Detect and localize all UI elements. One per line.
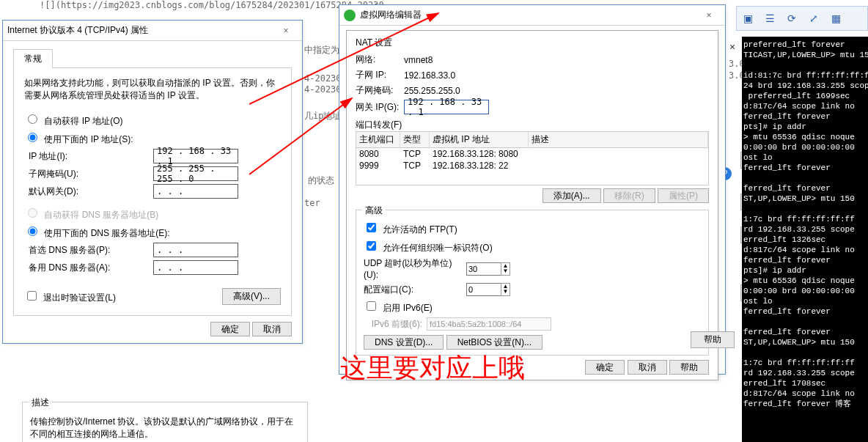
radio-auto-ip[interactable]: 自动获得 IP 地址(O) xyxy=(24,112,122,128)
port-forward-table[interactable]: 主机端口 类型 虚拟机 IP 地址 描述 8080TCP192.168.33.1… xyxy=(356,131,709,185)
vne-title: 虚拟网络编辑器 xyxy=(360,9,697,21)
dns1-field[interactable]: . . . xyxy=(153,243,238,257)
nat-title: NAT 设置 xyxy=(356,37,709,49)
ip-field[interactable]: 192 . 168 . 33 . 1 xyxy=(153,149,238,163)
annotation-text: 这里要对应上哦 xyxy=(340,350,525,386)
add-button[interactable]: 添加(A)... xyxy=(542,188,601,203)
value-subnet-ip: 192.168.33.0 xyxy=(404,70,455,81)
checkbox-validate-exit[interactable]: 退出时验证设置(L) xyxy=(24,289,116,304)
gateway-field[interactable]: . . . xyxy=(153,184,238,199)
nat-help-button[interactable]: 帮助 xyxy=(669,360,709,375)
ipv4-title: Internet 协议版本 4 (TCP/IPv4) 属性 xyxy=(7,24,274,37)
checkbox-org-id[interactable]: 允许任何组织唯一标识符(O) xyxy=(364,239,493,254)
group-advanced: 高级 xyxy=(362,205,386,217)
nat-dialog: NAT 设置 网络:vmnet8 子网 IP:192.168.33.0 子网掩码… xyxy=(346,30,718,380)
label-config-port: 配置端口(C): xyxy=(364,284,466,296)
label-mask: 子网掩码(U): xyxy=(29,168,153,180)
toolbar-strip: ▣ ☰ ⟳ ⤢ ▦ xyxy=(736,6,868,31)
netbios-settings-button[interactable]: NetBIOS 设置(N)... xyxy=(446,335,542,350)
label-ip: IP 地址(I): xyxy=(29,150,153,163)
col-vm-ip: 虚拟机 IP 地址 xyxy=(430,132,529,147)
ipv4-desc: 如果网络支持此功能，则可以获取自动指派的 IP 设置。否则，你需要从网络系统管理… xyxy=(24,77,281,102)
toolbar-icon-4[interactable]: ⤢ xyxy=(804,9,823,28)
radio-use-dns[interactable]: 使用下面的 DNS 服务器地址(E): xyxy=(24,224,170,240)
tab-general[interactable]: 常规 xyxy=(13,49,53,68)
label-dns1: 首选 DNS 服务器(P): xyxy=(29,244,153,257)
label-network: 网络: xyxy=(356,54,404,66)
description-group: 描述 传输控制协议/Internet 协议。该协议是默认的广域网络协议，用于在不… xyxy=(22,402,308,442)
col-host-port: 主机端口 xyxy=(356,132,400,147)
label-ipv6-prefix: IPv6 前缀(6): xyxy=(364,318,422,331)
bg-text4: 几ip地址 xyxy=(304,110,341,122)
bg-text6: ter xyxy=(304,198,320,208)
toolbar-icon-1[interactable]: ▣ xyxy=(738,9,757,28)
label-dns2: 备用 DNS 服务器(A): xyxy=(29,262,153,274)
radio-use-ip[interactable]: 使用下面的 IP 地址(S): xyxy=(24,130,133,146)
value-subnet-mask: 255.255.255.0 xyxy=(404,86,460,96)
table-row[interactable]: 8080TCP192.168.33.128: 8080 xyxy=(356,148,708,160)
label-port-forward: 端口转发(F) xyxy=(356,119,709,131)
cancel-button[interactable]: 取消 xyxy=(252,322,292,336)
nat-ok-button[interactable]: 确定 xyxy=(585,360,625,375)
udp-timeout-field[interactable] xyxy=(466,262,501,276)
ipv4-dialog: Internet 协议版本 4 (TCP/IPv4) 属性 × 常规 如果网络支… xyxy=(2,20,303,344)
close-icon[interactable]: × xyxy=(697,10,721,21)
advanced-button[interactable]: 高级(V)... xyxy=(222,288,281,305)
bg-text3: 4-20230 xyxy=(304,84,342,95)
checkbox-ftp[interactable]: 允许活动的 FTP(T) xyxy=(364,221,457,236)
bg-text2: 4-20230 xyxy=(304,73,342,84)
description-title: 描述 xyxy=(29,397,52,409)
spinner-icon[interactable]: ▲▼ xyxy=(501,283,510,296)
ipv6-prefix-field xyxy=(427,317,551,331)
label-gateway-ip: 网关 IP(G): xyxy=(356,101,404,114)
table-row[interactable]: 9999TCP192.168.33.128: 22 xyxy=(356,160,708,172)
config-port-field[interactable] xyxy=(466,283,501,296)
checkbox-ipv6[interactable]: 启用 IPv6(E) xyxy=(364,299,433,314)
col-desc: 描述 xyxy=(529,132,708,147)
ok-button[interactable]: 确定 xyxy=(210,322,250,336)
gateway-ip-field[interactable]: 192 . 168 . 33 . 1 xyxy=(404,100,489,114)
radio-auto-dns: 自动获得 DNS 服务器地址(B) xyxy=(24,206,158,221)
vne-dialog: 虚拟网络编辑器 × NAT 设置 网络:vmnet8 子网 IP:192.168… xyxy=(339,4,726,375)
col-type: 类型 xyxy=(400,132,430,147)
label-subnet-ip: 子网 IP: xyxy=(356,69,404,81)
label-udp-timeout: UDP 超时(以秒为单位)(U): xyxy=(364,257,466,280)
close-icon[interactable]: × xyxy=(274,26,298,36)
label-subnet-mask: 子网掩码: xyxy=(356,84,404,97)
vne-help-button[interactable]: 帮助 xyxy=(691,331,735,348)
dns-settings-button[interactable]: DNS 设置(D)... xyxy=(364,335,444,350)
value-network: vmnet8 xyxy=(404,55,433,65)
mask-field[interactable]: 255 . 255 . 255 . 0 xyxy=(153,166,238,181)
description-text: 传输控制协议/Internet 协议。该协议是默认的广域网络协议，用于在不同的相… xyxy=(30,416,300,441)
toolbar-icon-3[interactable]: ⟳ xyxy=(782,9,801,28)
spinner-icon[interactable]: ▲▼ xyxy=(501,262,510,276)
toolbar-icon-2[interactable]: ☰ xyxy=(760,9,779,28)
label-gateway: 默认网关(D): xyxy=(29,185,153,198)
bg-text5: 的状态 xyxy=(308,174,334,187)
terminal-output: preferred_lft forever TICAST,UP,LOWER_UP… xyxy=(742,37,868,442)
dns2-field[interactable]: . . . xyxy=(153,260,238,275)
toolbar-icon-5[interactable]: ▦ xyxy=(826,9,845,28)
bg-url: ![](https://img2023.cnblogs.com/blog/167… xyxy=(40,0,384,10)
properties-button[interactable]: 属性(P) xyxy=(658,188,709,203)
nat-cancel-button[interactable]: 取消 xyxy=(628,360,667,375)
remove-button[interactable]: 移除(R) xyxy=(603,188,655,203)
vne-icon xyxy=(344,10,356,21)
